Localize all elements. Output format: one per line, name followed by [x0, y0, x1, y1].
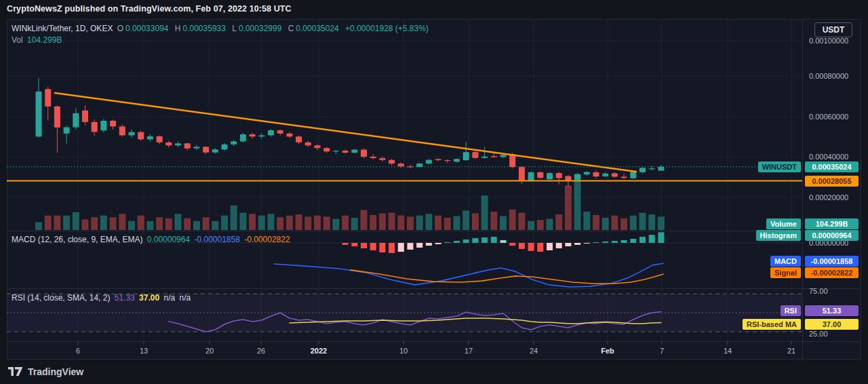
macd-histogram-bar — [472, 238, 478, 243]
price-axis-tick: 0.00020000 — [809, 193, 848, 201]
candle-body — [472, 152, 478, 158]
price-axis-tick: 0.00060000 — [809, 113, 848, 121]
macd-histogram-bar — [556, 243, 562, 248]
macd-histogram-bar — [519, 243, 525, 249]
candle-body — [64, 128, 70, 134]
currency-toggle-button[interactable]: USDT — [814, 22, 852, 37]
candle-body — [212, 149, 218, 152]
candle-body — [36, 92, 42, 136]
vol-label: Vol — [12, 35, 23, 45]
candle-body — [537, 172, 543, 178]
rsi-name-label: RSI — [781, 305, 801, 316]
candle-body — [630, 172, 636, 178]
volume-bar — [490, 212, 497, 230]
candle-body — [454, 159, 460, 161]
volume-bar — [509, 210, 516, 230]
candle-body — [54, 107, 60, 128]
macd-histogram-bar — [509, 243, 515, 246]
volume-bar — [565, 185, 572, 230]
candle-body — [379, 158, 385, 160]
volume-bar — [481, 195, 488, 230]
volume-bar — [239, 213, 246, 230]
candle-body — [100, 121, 106, 130]
volume-bar — [296, 214, 302, 230]
symbol-legend[interactable]: WINkLink/Tether, 1D, OKEX O0.00033094 H0… — [12, 24, 431, 33]
candle-body — [157, 136, 163, 142]
macd-histogram-bar — [537, 243, 543, 252]
candle-body — [138, 132, 144, 140]
time-axis-label: 6 — [76, 347, 80, 355]
price-change: +0.00001928 (+5.83%) — [345, 24, 429, 33]
macd-value-badge: -0.00001858 — [805, 256, 859, 267]
volume-bar — [286, 216, 293, 230]
rsi-na1: n/a — [163, 293, 175, 303]
macd-histogram-bar — [621, 240, 627, 243]
macd-title: MACD (12, 26, close, 9, EMA, EMA) — [12, 235, 142, 244]
candle-body — [463, 152, 469, 160]
candle-body — [184, 143, 191, 148]
candle-body — [584, 172, 590, 175]
volume-bar — [407, 216, 414, 230]
rsi-ma-name-label: RSI-based MA — [743, 319, 801, 330]
time-axis-label: 7 — [660, 347, 664, 355]
symbol-title: WINkLink/Tether, 1D, OKEX — [12, 24, 113, 33]
volume-bar — [648, 214, 655, 230]
rsi-ma-value: 37.00 — [139, 293, 159, 303]
macd-histogram-bar — [408, 243, 414, 250]
candle-body — [129, 132, 135, 136]
volume-bar — [425, 214, 432, 230]
macd-histogram-bar — [630, 239, 636, 243]
macd-name-label: MACD — [770, 256, 801, 267]
volume-bar — [593, 215, 599, 230]
macd-hist-value: 0.00000964 — [147, 235, 190, 244]
rsi-title: RSI (14, close, SMA, 14, 2) — [12, 293, 110, 303]
macd-histogram-bar — [351, 243, 357, 246]
candle-body — [193, 147, 199, 148]
candle-body — [574, 174, 580, 180]
rsi-legend[interactable]: RSI (14, close, SMA, 14, 2) 51.33 37.00 … — [12, 293, 193, 303]
candle-body — [426, 160, 432, 164]
volume-bar — [397, 216, 404, 230]
volume-bar — [611, 216, 618, 230]
candle-body — [286, 134, 292, 136]
signal-value-badge: -0.00002822 — [805, 267, 859, 278]
candle-body — [649, 168, 655, 169]
candle-body — [277, 130, 283, 134]
histogram-value-badge: 0.00000964 — [805, 230, 859, 241]
candle-body — [110, 121, 116, 126]
macd-histogram-bar — [481, 237, 488, 243]
volume-bar — [165, 218, 172, 230]
volume-bar — [379, 213, 386, 230]
volume-bar — [156, 217, 163, 230]
time-axis[interactable]: 61320262022101724Feb71421 — [76, 342, 795, 356]
candle-body — [509, 154, 515, 167]
price-chart[interactable]: 61320262022101724Feb71421 — [7, 19, 861, 360]
volume-bar — [351, 218, 358, 230]
volume-bar — [249, 214, 256, 230]
tradingview-logo[interactable]: TradingView — [8, 366, 83, 377]
macd-legend[interactable]: MACD (12, 26, close, 9, EMA, EMA) 0.0000… — [12, 235, 292, 244]
macd-histogram-bar — [528, 243, 534, 251]
candle-body — [547, 173, 553, 179]
volume-bar — [537, 220, 544, 230]
volume-bar — [547, 219, 553, 230]
time-axis-label: 2022 — [311, 347, 327, 355]
macd-histogram-bar — [574, 243, 580, 245]
candle-body — [435, 159, 441, 160]
candle-body — [565, 176, 571, 181]
macd-histogram-bar — [639, 237, 646, 243]
volume-legend[interactable]: Vol 104.299B — [12, 35, 64, 45]
macd-histogram-bar — [398, 243, 404, 252]
candle-body — [519, 167, 525, 181]
candle-body — [556, 173, 562, 178]
vol-value: 104.299B — [27, 35, 62, 45]
time-axis-label: 21 — [787, 347, 795, 355]
volume-bar — [602, 218, 609, 230]
volume-bar — [203, 217, 210, 230]
symbol-name-label: WINUSDT — [758, 161, 801, 172]
time-axis-label: 10 — [399, 347, 408, 355]
price-axis-tick: 0.00080000 — [809, 72, 848, 80]
volume-bar — [435, 216, 441, 230]
price-axis-tick: 75.00 — [809, 287, 828, 295]
volume-bar — [444, 218, 451, 230]
